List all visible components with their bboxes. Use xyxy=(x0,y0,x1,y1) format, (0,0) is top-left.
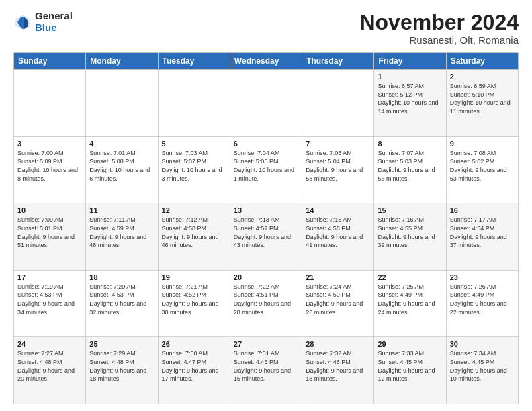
day-number: 11 xyxy=(89,206,154,214)
day-number: 5 xyxy=(162,140,226,148)
cell-info: Sunrise: 7:13 AM Sunset: 4:57 PM Dayligh… xyxy=(234,216,298,249)
cell-info: Sunrise: 7:19 AM Sunset: 4:53 PM Dayligh… xyxy=(17,283,82,316)
logo: General Blue xyxy=(13,11,73,33)
header-right: November 2024 Rusanesti, Olt, Romania xyxy=(359,11,519,46)
cell-info: Sunrise: 7:17 AM Sunset: 4:54 PM Dayligh… xyxy=(450,216,515,249)
calendar-cell: 19Sunrise: 7:21 AM Sunset: 4:52 PM Dayli… xyxy=(158,270,230,337)
day-number: 22 xyxy=(378,273,442,281)
day-number: 9 xyxy=(450,140,515,148)
month-title: November 2024 xyxy=(359,11,519,34)
calendar-cell: 26Sunrise: 7:30 AM Sunset: 4:47 PM Dayli… xyxy=(158,337,230,404)
day-number: 6 xyxy=(234,140,298,148)
calendar-row-3: 17Sunrise: 7:19 AM Sunset: 4:53 PM Dayli… xyxy=(14,270,519,337)
day-number: 14 xyxy=(306,206,370,214)
weekday-header-tuesday: Tuesday xyxy=(158,53,230,70)
calendar-cell: 29Sunrise: 7:33 AM Sunset: 4:45 PM Dayli… xyxy=(374,337,446,404)
day-number: 18 xyxy=(89,273,154,281)
logo-text: General Blue xyxy=(35,11,73,33)
calendar-cell: 17Sunrise: 7:19 AM Sunset: 4:53 PM Dayli… xyxy=(14,270,86,337)
calendar-cell: 8Sunrise: 7:07 AM Sunset: 5:03 PM Daylig… xyxy=(374,136,446,203)
calendar-cell: 7Sunrise: 7:05 AM Sunset: 5:04 PM Daylig… xyxy=(302,136,374,203)
calendar-cell: 22Sunrise: 7:25 AM Sunset: 4:49 PM Dayli… xyxy=(374,270,446,337)
calendar-cell: 10Sunrise: 7:09 AM Sunset: 5:01 PM Dayli… xyxy=(14,203,86,271)
day-number: 19 xyxy=(162,273,226,281)
location-subtitle: Rusanesti, Olt, Romania xyxy=(359,34,519,46)
calendar-cell: 16Sunrise: 7:17 AM Sunset: 4:54 PM Dayli… xyxy=(446,203,518,271)
cell-info: Sunrise: 7:31 AM Sunset: 4:46 PM Dayligh… xyxy=(234,349,298,383)
cell-info: Sunrise: 7:32 AM Sunset: 4:46 PM Dayligh… xyxy=(306,349,370,383)
calendar-cell: 18Sunrise: 7:20 AM Sunset: 4:53 PM Dayli… xyxy=(86,270,158,337)
day-number: 21 xyxy=(306,273,370,281)
weekday-header-sunday: Sunday xyxy=(14,53,86,70)
weekday-header-thursday: Thursday xyxy=(302,53,374,70)
calendar-row-2: 10Sunrise: 7:09 AM Sunset: 5:01 PM Dayli… xyxy=(14,203,519,271)
calendar-cell: 4Sunrise: 7:01 AM Sunset: 5:08 PM Daylig… xyxy=(86,136,158,203)
calendar-cell: 15Sunrise: 7:16 AM Sunset: 4:55 PM Dayli… xyxy=(374,203,446,271)
cell-info: Sunrise: 7:00 AM Sunset: 5:09 PM Dayligh… xyxy=(17,149,82,183)
cell-info: Sunrise: 7:15 AM Sunset: 4:56 PM Dayligh… xyxy=(306,216,370,249)
day-number: 13 xyxy=(234,206,298,214)
calendar-cell: 23Sunrise: 7:26 AM Sunset: 4:49 PM Dayli… xyxy=(446,270,518,337)
cell-info: Sunrise: 7:07 AM Sunset: 5:03 PM Dayligh… xyxy=(378,149,442,183)
day-number: 20 xyxy=(234,273,298,281)
cell-info: Sunrise: 7:34 AM Sunset: 4:45 PM Dayligh… xyxy=(450,349,515,383)
calendar-cell xyxy=(302,70,374,137)
cell-info: Sunrise: 7:16 AM Sunset: 4:55 PM Dayligh… xyxy=(378,216,442,249)
day-number: 25 xyxy=(89,340,154,348)
cell-info: Sunrise: 6:59 AM Sunset: 5:10 PM Dayligh… xyxy=(450,82,515,116)
day-number: 16 xyxy=(450,206,515,214)
calendar-cell: 27Sunrise: 7:31 AM Sunset: 4:46 PM Dayli… xyxy=(230,337,302,404)
cell-info: Sunrise: 7:05 AM Sunset: 5:04 PM Dayligh… xyxy=(306,149,370,183)
day-number: 7 xyxy=(306,140,370,148)
cell-info: Sunrise: 7:20 AM Sunset: 4:53 PM Dayligh… xyxy=(89,283,154,316)
calendar-cell: 20Sunrise: 7:22 AM Sunset: 4:51 PM Dayli… xyxy=(230,270,302,337)
day-number: 3 xyxy=(17,140,82,148)
calendar-cell: 30Sunrise: 7:34 AM Sunset: 4:45 PM Dayli… xyxy=(446,337,518,404)
calendar-cell: 24Sunrise: 7:27 AM Sunset: 4:48 PM Dayli… xyxy=(14,337,86,404)
calendar-cell xyxy=(86,70,158,137)
calendar-cell: 28Sunrise: 7:32 AM Sunset: 4:46 PM Dayli… xyxy=(302,337,374,404)
calendar-cell: 6Sunrise: 7:04 AM Sunset: 5:05 PM Daylig… xyxy=(230,136,302,203)
logo-blue-text: Blue xyxy=(35,22,73,34)
weekday-header-wednesday: Wednesday xyxy=(230,53,302,70)
day-number: 8 xyxy=(378,140,442,148)
day-number: 24 xyxy=(17,340,82,348)
cell-info: Sunrise: 7:21 AM Sunset: 4:52 PM Dayligh… xyxy=(162,283,226,316)
cell-info: Sunrise: 7:25 AM Sunset: 4:49 PM Dayligh… xyxy=(378,283,442,316)
calendar-cell: 2Sunrise: 6:59 AM Sunset: 5:10 PM Daylig… xyxy=(446,70,518,137)
day-number: 10 xyxy=(17,206,82,214)
calendar-cell: 3Sunrise: 7:00 AM Sunset: 5:09 PM Daylig… xyxy=(14,136,86,203)
cell-info: Sunrise: 7:01 AM Sunset: 5:08 PM Dayligh… xyxy=(89,149,154,183)
cell-info: Sunrise: 6:57 AM Sunset: 5:12 PM Dayligh… xyxy=(378,82,442,116)
cell-info: Sunrise: 7:29 AM Sunset: 4:48 PM Dayligh… xyxy=(89,349,154,383)
calendar-cell: 9Sunrise: 7:08 AM Sunset: 5:02 PM Daylig… xyxy=(446,136,518,203)
day-number: 29 xyxy=(378,340,442,348)
calendar-cell: 13Sunrise: 7:13 AM Sunset: 4:57 PM Dayli… xyxy=(230,203,302,271)
weekday-header-row: SundayMondayTuesdayWednesdayThursdayFrid… xyxy=(14,53,519,70)
calendar-cell xyxy=(14,70,86,137)
logo-general-text: General xyxy=(35,11,73,22)
cell-info: Sunrise: 7:11 AM Sunset: 4:59 PM Dayligh… xyxy=(89,216,154,249)
weekday-header-friday: Friday xyxy=(374,53,446,70)
calendar-page: General Blue November 2024 Rusanesti, Ol… xyxy=(0,0,532,411)
calendar-cell: 1Sunrise: 6:57 AM Sunset: 5:12 PM Daylig… xyxy=(374,70,446,137)
calendar-cell: 25Sunrise: 7:29 AM Sunset: 4:48 PM Dayli… xyxy=(86,337,158,404)
day-number: 26 xyxy=(162,340,226,348)
cell-info: Sunrise: 7:30 AM Sunset: 4:47 PM Dayligh… xyxy=(162,349,226,383)
calendar-table: SundayMondayTuesdayWednesdayThursdayFrid… xyxy=(13,52,519,404)
calendar-row-4: 24Sunrise: 7:27 AM Sunset: 4:48 PM Dayli… xyxy=(14,337,519,404)
cell-info: Sunrise: 7:04 AM Sunset: 5:05 PM Dayligh… xyxy=(234,149,298,183)
day-number: 23 xyxy=(450,273,515,281)
day-number: 1 xyxy=(378,73,442,81)
day-number: 30 xyxy=(450,340,515,348)
calendar-cell: 11Sunrise: 7:11 AM Sunset: 4:59 PM Dayli… xyxy=(86,203,158,271)
weekday-header-saturday: Saturday xyxy=(446,53,518,70)
cell-info: Sunrise: 7:26 AM Sunset: 4:49 PM Dayligh… xyxy=(450,283,515,316)
cell-info: Sunrise: 7:27 AM Sunset: 4:48 PM Dayligh… xyxy=(17,349,82,383)
day-number: 12 xyxy=(162,206,226,214)
calendar-cell xyxy=(230,70,302,137)
day-number: 27 xyxy=(234,340,298,348)
calendar-cell: 14Sunrise: 7:15 AM Sunset: 4:56 PM Dayli… xyxy=(302,203,374,271)
calendar-cell: 12Sunrise: 7:12 AM Sunset: 4:58 PM Dayli… xyxy=(158,203,230,271)
cell-info: Sunrise: 7:24 AM Sunset: 4:50 PM Dayligh… xyxy=(306,283,370,316)
